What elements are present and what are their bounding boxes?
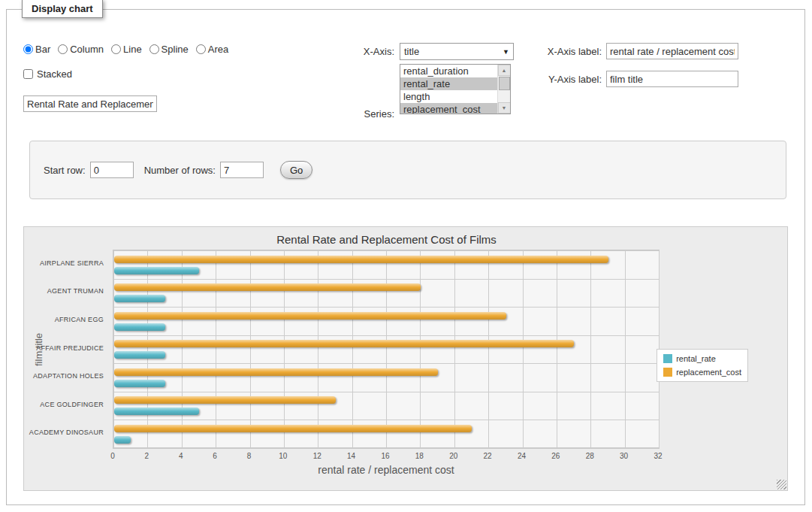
bar-replacement_cost [114, 425, 472, 432]
x-tick-label: 28 [578, 452, 601, 460]
gridline-x [386, 250, 387, 448]
gridline-x [216, 250, 216, 448]
bar-replacement_cost [114, 368, 438, 376]
x-tick-label: 4 [170, 452, 192, 460]
x-axis-selected-value: title [404, 46, 419, 57]
radio-line[interactable] [111, 44, 121, 54]
gridline-y [113, 335, 659, 336]
series-listbox: rental_durationrental_ratelengthreplacem… [400, 64, 511, 114]
gridline-y [113, 250, 659, 251]
radio-label: Bar [35, 44, 50, 55]
gridline-x [523, 250, 524, 448]
legend-item-replacement_cost[interactable]: replacement_cost [663, 368, 741, 377]
scrollbar-thumb[interactable] [499, 77, 510, 90]
chart-type-option-line[interactable]: Line [111, 44, 142, 55]
gridline-x [488, 250, 489, 448]
x-axis-label-input[interactable] [606, 43, 738, 59]
category-label: ADAPTATION HOLES [24, 372, 104, 380]
gridline-y [113, 447, 659, 448]
bar-replacement_cost [114, 340, 574, 347]
x-axis-select[interactable]: title ▼ [400, 43, 514, 60]
series-option-replacement_cost[interactable]: replacement_cost [400, 103, 497, 114]
fieldset-legend: Display chart [22, 0, 103, 18]
x-ticks: 02468101214161820222426283032 [113, 452, 660, 461]
category-label: AFFAIR PREJUDICE [24, 344, 104, 352]
gridline-x [284, 250, 285, 448]
num-rows-label: Number of rows: [144, 165, 216, 176]
legend-label: rental_rate [676, 354, 716, 363]
x-tick-label: 32 [647, 452, 669, 460]
radio-label: Spline [161, 44, 189, 55]
bar-rental_rate [114, 351, 165, 359]
plot-area [113, 250, 660, 449]
rows-fieldset: Start row: Number of rows: Go [29, 141, 786, 199]
x-tick-label: 18 [408, 452, 430, 460]
gridline-x [352, 250, 353, 448]
series-select-label: Series: [330, 108, 394, 120]
gridline-x [147, 250, 148, 448]
gridline-y [113, 420, 659, 420]
gridline-y [113, 363, 659, 364]
legend-label: replacement_cost [676, 368, 741, 377]
category-label: AFRICAN EGG [24, 316, 104, 323]
gridline-y [113, 307, 659, 308]
gridline-x [590, 250, 591, 448]
gridline-y [113, 279, 659, 280]
gridline-y [113, 392, 659, 392]
bar-rental_rate [114, 436, 131, 444]
stacked-label: Stacked [37, 68, 72, 80]
start-row-label: Start row: [44, 165, 86, 176]
chart-type-option-area[interactable]: Area [196, 44, 228, 55]
x-tick-label: 30 [613, 452, 635, 460]
series-option-rental_duration[interactable]: rental_duration [400, 65, 497, 77]
chart-type-option-spline[interactable]: Spline [149, 44, 189, 55]
series-scrollbar[interactable]: ▲ ▼ [497, 65, 510, 114]
x-axis-select-label: X-Axis: [330, 46, 394, 57]
bar-rental_rate [114, 407, 199, 415]
gridline-x [250, 250, 251, 448]
bar-rental_rate [114, 323, 165, 331]
stacked-checkbox[interactable] [23, 69, 33, 79]
chart-type-option-column[interactable]: Column [58, 44, 104, 55]
resize-handle-icon[interactable] [777, 480, 786, 489]
x-tick-label: 16 [374, 452, 397, 460]
chart-title-input[interactable] [23, 95, 157, 112]
series-option-length[interactable]: length [400, 90, 497, 103]
scroll-down-icon[interactable]: ▼ [498, 102, 511, 114]
radio-bar[interactable] [23, 44, 33, 54]
bar-replacement_cost [114, 396, 336, 404]
radio-column[interactable] [58, 44, 68, 54]
bar-replacement_cost [114, 283, 421, 291]
x-tick-label: 26 [545, 452, 567, 460]
chart-container: Rental Rate and Replacement Cost of Film… [23, 226, 788, 491]
chart-legend: rental_ratereplacement_cost [657, 349, 748, 382]
gridline-x [420, 250, 421, 448]
y-axis-label-input[interactable] [606, 71, 738, 87]
start-row-input[interactable] [90, 162, 134, 178]
bar-replacement_cost [114, 256, 608, 263]
scroll-up-icon[interactable]: ▲ [498, 65, 511, 76]
category-label: ACADEMY DINOSAUR [24, 429, 104, 436]
chart-type-option-bar[interactable]: Bar [23, 44, 50, 55]
radio-label: Area [208, 44, 228, 55]
legend-item-rental_rate[interactable]: rental_rate [663, 354, 741, 363]
chart-title: Rental Rate and Replacement Cost of Film… [24, 233, 749, 246]
x-tick-label: 24 [511, 452, 533, 460]
go-button[interactable]: Go [280, 161, 312, 179]
legend-swatch [663, 354, 672, 363]
gridline-x [625, 250, 626, 448]
stacked-option[interactable]: Stacked [23, 68, 72, 80]
bar-rental_rate [114, 267, 199, 274]
gridline-x [318, 250, 318, 448]
series-options: rental_durationrental_ratelengthreplacem… [400, 65, 497, 114]
radio-spline[interactable] [149, 44, 159, 54]
bar-replacement_cost [114, 312, 506, 320]
radio-area[interactable] [196, 44, 206, 54]
category-label: AGENT TRUMAN [24, 287, 104, 295]
chart-type-radiogroup: BarColumnLineSplineArea [23, 44, 228, 55]
x-tick-label: 10 [272, 452, 294, 460]
series-option-rental_rate[interactable]: rental_rate [400, 77, 497, 90]
x-axis-label-label: X-Axis label: [524, 46, 602, 57]
num-rows-input[interactable] [220, 162, 264, 178]
radio-label: Line [123, 44, 142, 55]
